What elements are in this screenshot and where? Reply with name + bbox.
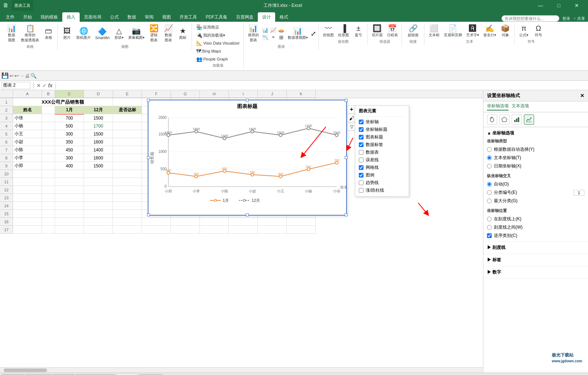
print-icon[interactable]: 🖨 [25, 73, 30, 79]
cell-a14[interactable] [13, 202, 42, 210]
vcross-auto[interactable]: 自动(O) [487, 180, 584, 188]
cell-a16[interactable] [13, 218, 42, 226]
cell-d3[interactable]: 1500 [84, 114, 113, 122]
radio-date[interactable] [487, 164, 492, 168]
cell-b12[interactable] [42, 186, 55, 194]
cell-d11[interactable] [84, 178, 113, 186]
btn-peoplegraph[interactable]: 👥 People Graph [195, 56, 229, 62]
cell-e11[interactable] [113, 178, 142, 186]
ce-item-7[interactable]: 图例 [359, 171, 405, 179]
btn-myaddin[interactable]: 🔌 我的加载项▾ [195, 32, 227, 38]
confirm-formula-icon[interactable]: ✓ [42, 83, 47, 88]
col-E[interactable]: E [113, 90, 142, 98]
panel-subtab-text[interactable]: 文本选项 [512, 103, 529, 111]
ce-check-updown[interactable] [359, 188, 364, 193]
btn-wordart[interactable]: 🅰 艺术字▾ [465, 24, 480, 38]
cell-e12[interactable] [113, 186, 142, 194]
cell-a5[interactable]: 小王 [13, 130, 42, 138]
tab-layout[interactable]: 页面布局 [80, 12, 106, 22]
btn-visio[interactable]: 📐 Visio Data Visualizer [195, 40, 241, 46]
ce-item-2[interactable]: 图表标题 [359, 133, 405, 141]
col-D[interactable]: D [84, 90, 113, 98]
panel-icon-bucket[interactable] [487, 114, 497, 125]
btn-table[interactable]: 🗃 表格 [42, 26, 55, 41]
cell-a17[interactable] [13, 226, 42, 234]
axis-pos-on[interactable]: 在刻度线上(K) [487, 215, 584, 223]
ce-item-8[interactable]: 趋势线 [359, 179, 405, 187]
table-title-cell[interactable]: XXX公司产品销售额 [13, 98, 113, 106]
btn-hyperlink[interactable]: 🔗 超链接 [406, 24, 420, 38]
axis-options-title[interactable]: ▲ 坐标轴选项 [487, 129, 584, 138]
btn-bingmaps[interactable]: 🗺 Bing Maps [195, 48, 222, 54]
tab-design[interactable]: 设计 [258, 12, 275, 22]
cell-b14[interactable] [42, 202, 55, 210]
vcross-cat[interactable]: 分类编号(E) [487, 188, 584, 197]
btn-object[interactable]: 📦 对象 [499, 24, 512, 38]
col-B[interactable]: B [42, 90, 55, 98]
chart-group-expand[interactable]: ⤢ [311, 30, 316, 38]
undo2-icon[interactable]: ↩ [14, 73, 19, 79]
axis-type-date[interactable]: 日期坐标轴(X) [487, 162, 584, 170]
btn-appstore[interactable]: 🏪 应用商店 [195, 24, 220, 30]
cell-d2[interactable]: 12月 [84, 106, 113, 114]
cell-b17[interactable] [42, 226, 55, 234]
btn-shapes[interactable]: △ 形状▾ [112, 26, 125, 41]
chart-handle-bm[interactable] [246, 213, 249, 216]
panel-close-btn[interactable]: ✕ [580, 93, 584, 99]
radio-vcross-max[interactable] [487, 199, 492, 203]
cell-c11[interactable] [55, 178, 84, 186]
ce-check-gridlines[interactable] [359, 165, 364, 170]
cell-a7[interactable]: 小陈 [13, 146, 42, 154]
cell-a9[interactable]: 小郑 [13, 162, 42, 170]
formula-input[interactable] [59, 83, 587, 88]
cell-h16[interactable] [200, 218, 229, 226]
cell-i17[interactable] [229, 226, 258, 234]
cell-d9[interactable]: 1500 [84, 162, 113, 170]
col-J[interactable]: J [258, 90, 287, 98]
tab-start[interactable]: 开始 [19, 12, 36, 22]
ce-item-6[interactable]: 网格线 [359, 164, 405, 171]
cell-i16[interactable] [229, 218, 258, 226]
btn-online-pic[interactable]: 🌐 联机图片 [75, 26, 92, 41]
cell-c10[interactable] [55, 170, 84, 178]
btn-line-spark[interactable]: 〰 折线图 [322, 24, 335, 38]
panel-subtab-axis[interactable]: 坐标轴选项 [487, 103, 509, 111]
cell-b6[interactable] [42, 138, 55, 146]
minimize-btn[interactable]: — [532, 0, 549, 11]
cell-g17[interactable] [171, 226, 200, 234]
cell-j17[interactable] [258, 226, 287, 234]
ce-item-0[interactable]: 坐标轴 [359, 118, 405, 126]
btn-picture[interactable]: 🖼 图片 [60, 26, 74, 41]
btn-data-chart[interactable]: 📈 数据图表 [162, 24, 175, 43]
cell-d15[interactable] [84, 210, 113, 218]
btn-pie-chart[interactable]: 🥧 [278, 27, 285, 33]
cell-a13[interactable] [13, 194, 42, 202]
cell-c3[interactable]: 700 [55, 114, 84, 122]
cell-f16[interactable] [142, 218, 171, 226]
cell-c13[interactable] [55, 194, 84, 202]
radio-vcross-auto[interactable] [487, 182, 492, 187]
ce-check-datalabels[interactable] [359, 142, 364, 147]
axis-pos-reverse[interactable]: 逆序类别(C) [487, 232, 584, 240]
cell-c2[interactable]: 1月 [55, 106, 84, 114]
cell-b2[interactable] [42, 106, 55, 114]
cell-a15[interactable] [13, 210, 42, 218]
ce-check-axistitle[interactable] [359, 127, 364, 132]
cell-d6[interactable]: 1600 [84, 138, 113, 146]
panel-icon-barchart[interactable] [512, 114, 522, 125]
search-icon[interactable]: 🔍 [30, 73, 37, 79]
btn-smartart[interactable]: 🔷 SmartArt [94, 27, 111, 41]
tab-formula[interactable]: 公式 [106, 12, 123, 22]
cell-c8[interactable]: 300 [55, 154, 84, 162]
btn-data-view[interactable]: 📊 数据视图 [5, 24, 18, 43]
cell-e4[interactable] [113, 122, 142, 130]
ce-item-1[interactable]: 坐标轴标题 [359, 126, 405, 133]
cell-b11[interactable] [42, 178, 55, 186]
cell-b3[interactable] [42, 114, 55, 122]
cell-c4[interactable]: 500 [55, 122, 84, 130]
col-I[interactable]: I [229, 90, 258, 98]
radio-pos-on[interactable] [487, 217, 492, 221]
cell-c9[interactable]: 400 [55, 162, 84, 170]
cell-a2[interactable]: 姓名 [13, 106, 42, 114]
cancel-formula-icon[interactable]: ✕ [37, 83, 41, 88]
